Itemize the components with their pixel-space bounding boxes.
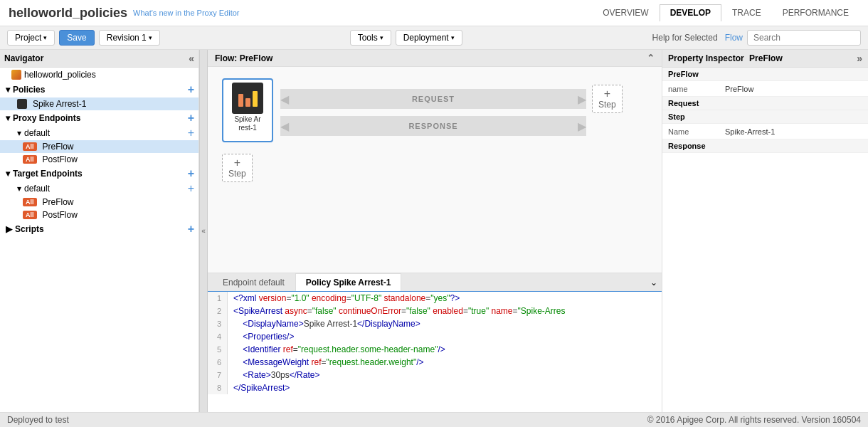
navigator-collapse-btn[interactable]: « bbox=[189, 53, 194, 64]
code-line-1: 1 <?xml version="1.0" encoding="UTF-8" s… bbox=[208, 292, 662, 305]
prop-row-step-name: Name Spike-Arrest-1 bbox=[662, 124, 868, 139]
target-postflow-badge: All bbox=[23, 211, 37, 219]
navigator: Navigator « helloworld_policies ▾ Polici… bbox=[0, 50, 199, 412]
bar1 bbox=[238, 94, 243, 107]
revision-button[interactable]: Revision 1 ▾ bbox=[99, 30, 160, 46]
code-editor[interactable]: 1 <?xml version="1.0" encoding="UTF-8" s… bbox=[208, 291, 662, 412]
target-endpoints-collapse-icon: ▾ bbox=[6, 169, 10, 179]
response-label: RESPONSE bbox=[408, 122, 457, 130]
scripts-label: Scripts bbox=[15, 224, 44, 234]
bar3 bbox=[253, 91, 258, 107]
request-arrow-line: REQUEST ▶ ◀ bbox=[280, 89, 586, 109]
help-text: Help for Selected bbox=[652, 33, 718, 43]
prop-key-step-name: Name bbox=[662, 125, 719, 138]
nav-collapse-panel-btn[interactable]: « bbox=[199, 50, 208, 412]
request-arrow-head: ▶ bbox=[578, 93, 586, 106]
nav-trace[interactable]: TRACE bbox=[721, 4, 772, 21]
policy-block-label: Spike Arrest-1 bbox=[234, 115, 260, 132]
spike-arrest-policy-block[interactable]: Spike Arrest-1 bbox=[222, 78, 273, 142]
prop-section-response: Response bbox=[662, 139, 868, 153]
code-line-7: 7 <Rate>30ps</Rate> bbox=[208, 369, 662, 381]
spike-arrest-label: Spike Arrest-1 bbox=[33, 99, 86, 109]
prop-key-name: name bbox=[662, 83, 719, 95]
step-button-request[interactable]: + Step bbox=[592, 85, 623, 113]
save-button[interactable]: Save bbox=[59, 30, 94, 46]
prop-row-name: name PreFlow bbox=[662, 81, 868, 97]
step-plus-icon: + bbox=[604, 88, 610, 100]
target-default-item[interactable]: ▾ default + bbox=[0, 181, 199, 196]
step-button-bottom[interactable]: + Step bbox=[222, 154, 253, 182]
target-preflow-badge: All bbox=[23, 198, 37, 206]
editor-tabs-expand[interactable]: ⌄ bbox=[650, 278, 657, 288]
prop-val-step-name: Spike-Arrest-1 bbox=[719, 125, 780, 138]
prop-section-step: Step bbox=[662, 110, 868, 124]
status-left: Deployed to test bbox=[7, 415, 69, 425]
spike-arrest-icon bbox=[17, 99, 27, 109]
proxy-default-item[interactable]: ▾ default + bbox=[0, 126, 199, 140]
property-inspector: Property Inspector PreFlow » PreFlow nam… bbox=[662, 50, 868, 412]
proxy-preflow-item[interactable]: All PreFlow bbox=[0, 140, 199, 153]
target-preflow-item[interactable]: All PreFlow bbox=[0, 196, 199, 209]
flow-header-expand[interactable]: ⌃ bbox=[647, 53, 655, 63]
nav-develop[interactable]: DEVELOP bbox=[660, 4, 721, 21]
code-line-5: 5 <Identifier ref="request.header.some-h… bbox=[208, 343, 662, 356]
navigator-title: Navigator bbox=[4, 53, 43, 63]
proxy-preflow-label: PreFlow bbox=[43, 142, 74, 152]
editor-tabs: Endpoint default Policy Spike Arrest-1 ⌄ bbox=[208, 273, 662, 291]
target-endpoints-label: Target Endpoints bbox=[13, 169, 83, 179]
app-name: helloworld_policies bbox=[24, 70, 96, 80]
target-preflow-label: PreFlow bbox=[43, 197, 74, 207]
code-line-2: 2 <SpikeArrest async="false" continueOnE… bbox=[208, 305, 662, 317]
step-label-bottom: Step bbox=[228, 169, 246, 179]
policies-add-btn[interactable]: + bbox=[188, 84, 194, 95]
policies-section[interactable]: ▾ Policies + bbox=[0, 82, 199, 97]
tab-endpoint-default[interactable]: Endpoint default bbox=[212, 273, 295, 291]
scripts-collapse-icon: ▶ bbox=[6, 224, 12, 234]
proxy-postflow-item[interactable]: All PostFlow bbox=[0, 153, 199, 166]
target-postflow-item[interactable]: All PostFlow bbox=[0, 209, 199, 221]
top-nav: OVERVIEW DEVELOP TRACE PERFORMANCE bbox=[592, 4, 859, 21]
tools-button[interactable]: Tools ▾ bbox=[350, 30, 391, 46]
tab-policy-spike-arrest[interactable]: Policy Spike Arrest-1 bbox=[295, 273, 402, 291]
help-link[interactable]: Flow bbox=[725, 33, 743, 43]
nav-app-root[interactable]: helloworld_policies bbox=[0, 68, 199, 82]
toolbar: Project ▾ Save Revision 1 ▾ Tools ▾ Depl… bbox=[0, 26, 868, 50]
response-arrow-head-left: ◀ bbox=[280, 120, 289, 133]
prop-inspector-expand[interactable]: » bbox=[857, 53, 862, 64]
target-endpoints-section[interactable]: ▾ Target Endpoints + bbox=[0, 166, 199, 181]
proxy-editor-link[interactable]: What's new in the Proxy Editor bbox=[133, 9, 239, 17]
top-header: helloworld_policies What's new in the Pr… bbox=[0, 0, 868, 26]
bar2 bbox=[245, 98, 250, 107]
navigator-header: Navigator « bbox=[0, 50, 199, 68]
app-title: helloworld_policies bbox=[9, 6, 127, 21]
spike-arrest-item[interactable]: Spike Arrest-1 bbox=[0, 97, 199, 110]
proxy-endpoints-label: Proxy Endpoints bbox=[13, 113, 80, 123]
proxy-endpoints-section[interactable]: ▾ Proxy Endpoints + bbox=[0, 110, 199, 126]
target-endpoints-add-btn[interactable]: + bbox=[188, 168, 194, 179]
project-button[interactable]: Project ▾ bbox=[7, 30, 55, 46]
proxy-default-add-btn[interactable]: + bbox=[188, 127, 194, 139]
status-right: © 2016 Apigee Corp. All rights reserved.… bbox=[647, 415, 861, 425]
prop-inspector-header: Property Inspector PreFlow » bbox=[662, 50, 868, 68]
code-line-8: 8 </SpikeArrest> bbox=[208, 381, 662, 394]
target-postflow-label: PostFlow bbox=[43, 210, 78, 220]
target-default-label: default bbox=[24, 184, 50, 194]
app-icon bbox=[11, 70, 21, 80]
step-plus-icon-bottom: + bbox=[234, 157, 240, 169]
proxy-endpoints-collapse-icon: ▾ bbox=[6, 113, 10, 123]
prop-section-request: Request bbox=[662, 97, 868, 110]
code-line-4: 4 <Properties/> bbox=[208, 330, 662, 343]
scripts-section[interactable]: ▶ Scripts + bbox=[0, 221, 199, 237]
scripts-add-btn[interactable]: + bbox=[188, 223, 194, 235]
request-arrow-tail: ◀ bbox=[280, 93, 289, 106]
deployment-button[interactable]: Deployment ▾ bbox=[396, 30, 462, 46]
flow-title: Flow: PreFlow bbox=[215, 53, 272, 63]
response-arrow-head-right: ▶ bbox=[578, 120, 586, 133]
step-label: Step bbox=[598, 100, 616, 110]
search-input[interactable] bbox=[747, 30, 861, 46]
nav-performance[interactable]: PERFORMANCE bbox=[772, 4, 859, 21]
code-line-3: 3 <DisplayName>Spike Arrest-1</DisplayNa… bbox=[208, 317, 662, 330]
target-default-add-btn[interactable]: + bbox=[188, 183, 194, 194]
proxy-endpoints-add-btn[interactable]: + bbox=[188, 112, 194, 124]
nav-overview[interactable]: OVERVIEW bbox=[592, 4, 659, 21]
